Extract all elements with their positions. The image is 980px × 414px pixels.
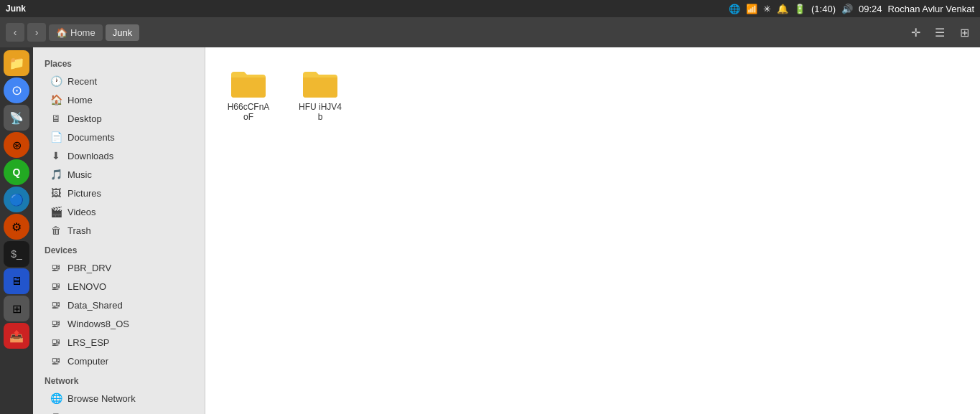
sidebar-lenovo-label: LENOVO (67, 281, 106, 292)
tray-user: Rochan Avlur Venkat (888, 4, 974, 14)
connect-server-icon: 🖥 (50, 411, 62, 414)
sidebar-desktop-label: Desktop (67, 113, 102, 124)
sidebar-item-documents[interactable]: 📄 Documents (33, 128, 205, 146)
content-area: 📁 ⊙ 📡 ⊛ Q 🔵 ⚙ $_ 🖥 (0, 47, 980, 414)
devices-label: Devices (33, 240, 205, 258)
recent-icon: 🕐 (50, 75, 62, 87)
sidebar-pbr-drv-label: PBR_DRV (67, 263, 111, 273)
system-bar-right: 🌐 📶 ✳ 🔔 🔋 (1:40) 🔊 09:24 Rochan Avlur Ve… (729, 4, 974, 14)
dock-item-terminal[interactable]: $_ (4, 241, 29, 267)
dock-settings1-icon: ⊛ (12, 138, 22, 152)
sidebar-recent-label: Recent (67, 76, 97, 87)
sidebar-item-windows8-os[interactable]: 🖳 Windows8_OS (33, 314, 205, 333)
dock-item-chrome[interactable]: ⊙ (4, 77, 29, 103)
dock-files-icon: 📁 (9, 55, 24, 71)
sidebar-item-recent[interactable]: 🕐 Recent (33, 72, 205, 90)
dock-item-taskbar[interactable]: ⊞ (4, 296, 29, 321)
lrs-esp-icon: 🖳 (50, 337, 62, 348)
breadcrumb-home-label: Home (70, 27, 95, 38)
sidebar-videos-label: Videos (67, 207, 96, 217)
dock-item-network[interactable]: 📡 (4, 105, 29, 131)
toolbar-right: ✛ ☰ ⊞ (905, 22, 974, 42)
dock-item-filezilla[interactable]: 📤 (4, 323, 29, 349)
sidebar-music-label: Music (67, 169, 92, 180)
windows8-os-icon: 🖳 (50, 318, 62, 329)
dock-chrome-icon: ⊙ (11, 83, 22, 98)
sidebar-item-lenovo[interactable]: 🖳 LENOVO (33, 277, 205, 296)
tray-time: 09:24 (859, 4, 882, 14)
tray-globe-icon: 🌐 (729, 4, 740, 14)
dock-item-remote[interactable]: 🖥 (4, 268, 29, 294)
dock-remote-icon: 🖥 (11, 275, 22, 288)
places-label: Places (33, 53, 205, 72)
videos-icon: 🎬 (50, 206, 62, 217)
dock-blender-icon: 🔵 (9, 193, 24, 207)
sidebar-windows8-os-label: Windows8_OS (67, 319, 129, 329)
current-folder-label: Junk (113, 27, 132, 38)
trash-icon: 🗑 (50, 225, 62, 236)
sidebar-item-downloads[interactable]: ⬇ Downloads (33, 146, 205, 165)
sidebar-lrs-esp-label: LRS_ESP (67, 337, 110, 348)
tray-bluetooth-icon: ✳ (763, 4, 771, 14)
music-icon: 🎵 (50, 169, 62, 180)
tray-battery-time: (1:40) (811, 4, 836, 14)
sidebar-trash-label: Trash (67, 225, 91, 236)
main-window: ‹ › 🏠 Home Junk ✛ ☰ ⊞ 📁 ⊙ 📡 (0, 17, 980, 414)
home-sidebar-icon: 🏠 (50, 94, 62, 105)
file-label-1: HFU iHJV4b (297, 102, 343, 122)
view-options-button[interactable]: ✛ (905, 22, 925, 42)
sidebar-item-pbr-drv[interactable]: 🖳 PBR_DRV (33, 258, 205, 277)
tray-battery-icon: 🔋 (794, 4, 806, 14)
dock-item-qt[interactable]: Q (4, 159, 29, 185)
sidebar-pictures-label: Pictures (67, 188, 101, 199)
sidebar-downloads-label: Downloads (67, 151, 113, 161)
sidebar-item-home[interactable]: 🏠 Home (33, 90, 205, 109)
tray-wifi-icon: 📶 (746, 4, 757, 14)
browse-network-icon: 🌐 (50, 392, 62, 404)
forward-button[interactable]: › (27, 23, 46, 42)
dock-settings2-icon: ⚙ (11, 220, 22, 234)
sidebar-item-connect-server[interactable]: 🖥 Connect to Server (33, 408, 205, 414)
sidebar-item-computer[interactable]: 🖳 Computer (33, 352, 205, 370)
window-title: Junk (6, 4, 26, 14)
back-button[interactable]: ‹ (6, 23, 24, 42)
sidebar-home-label: Home (67, 95, 93, 105)
grid-view-button[interactable]: ⊞ (954, 22, 974, 42)
sidebar-item-videos[interactable]: 🎬 Videos (33, 202, 205, 221)
dock-item-settings1[interactable]: ⊛ (4, 132, 29, 158)
sidebar-item-browse-network[interactable]: 🌐 Browse Network (33, 389, 205, 408)
folder-icon-1 (302, 67, 339, 99)
sidebar-item-data-shared[interactable]: 🖳 Data_Shared (33, 296, 205, 314)
dock-item-settings2[interactable]: ⚙ (4, 214, 29, 240)
system-bar-left: Junk (6, 4, 26, 14)
system-bar: Junk 🌐 📶 ✳ 🔔 🔋 (1:40) 🔊 09:24 Rochan Avl… (0, 0, 980, 17)
file-item-0[interactable]: H66cCFnAoF (220, 62, 277, 128)
network-label: Network (33, 370, 205, 389)
sidebar-data-shared-label: Data_Shared (67, 300, 123, 311)
sidebar-item-music[interactable]: 🎵 Music (33, 165, 205, 184)
sidebar: Places 🕐 Recent 🏠 Home 🖥 Desktop 📄 Docum… (33, 47, 205, 414)
dock-item-files[interactable]: 📁 (4, 50, 29, 76)
sidebar-item-desktop[interactable]: 🖥 Desktop (33, 109, 205, 128)
file-label-0: H66cCFnAoF (225, 102, 271, 122)
pictures-icon: 🖼 (50, 187, 62, 199)
breadcrumb-current: Junk (106, 24, 139, 41)
sidebar-item-pictures[interactable]: 🖼 Pictures (33, 184, 205, 202)
file-area: H66cCFnAoF HFU iHJV4b (205, 47, 980, 414)
sidebar-documents-label: Documents (67, 132, 115, 143)
sidebar-computer-label: Computer (67, 356, 108, 367)
sidebar-connect-server-label: Connect to Server (67, 412, 143, 415)
tray-volume-icon: 🔊 (841, 4, 853, 14)
list-view-button[interactable]: ☰ (930, 22, 950, 42)
downloads-icon: ⬇ (50, 150, 62, 161)
dock-filezilla-icon: 📤 (9, 329, 24, 343)
breadcrumb-home[interactable]: 🏠 Home (49, 24, 103, 41)
sidebar-item-lrs-esp[interactable]: 🖳 LRS_ESP (33, 333, 205, 352)
titlebar: ‹ › 🏠 Home Junk ✛ ☰ ⊞ (0, 17, 980, 47)
lenovo-icon: 🖳 (50, 281, 62, 292)
computer-icon: 🖳 (50, 355, 62, 367)
sidebar-item-trash[interactable]: 🗑 Trash (33, 221, 205, 240)
dock-qt-icon: Q (13, 166, 21, 178)
file-item-1[interactable]: HFU iHJV4b (291, 62, 349, 128)
dock-item-blender[interactable]: 🔵 (4, 187, 29, 212)
